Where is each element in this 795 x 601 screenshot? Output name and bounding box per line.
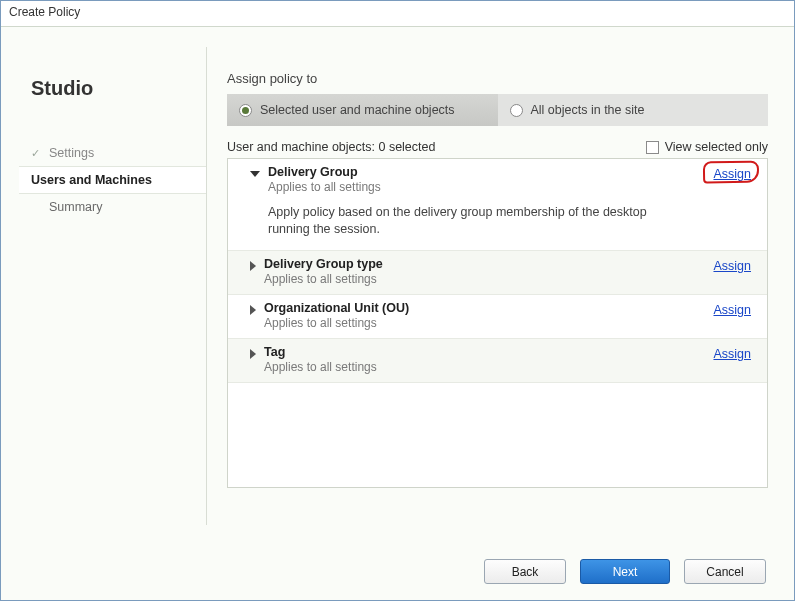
step-summary[interactable]: Summary	[31, 194, 188, 220]
object-delivery-group: Delivery Group Applies to all settings A…	[228, 159, 767, 251]
view-selected-only-label: View selected only	[665, 140, 768, 154]
cancel-button[interactable]: Cancel	[684, 559, 766, 584]
main-panel: Assign policy to Selected user and machi…	[207, 27, 794, 545]
assign-link[interactable]: Assign	[713, 167, 751, 181]
object-title: Delivery Group	[268, 165, 381, 179]
brand-title: Studio	[31, 77, 188, 100]
object-title: Organizational Unit (OU)	[264, 301, 409, 315]
selected-count-label: User and machine objects: 0 selected	[227, 140, 435, 154]
assign-scope-toggle: Selected user and machine objects All ob…	[227, 94, 768, 126]
object-list: Delivery Group Applies to all settings A…	[227, 158, 768, 488]
assign-link[interactable]: Assign	[713, 303, 751, 317]
window-body: Studio Settings Users and Machines Summa…	[1, 27, 794, 545]
assign-link[interactable]: Assign	[713, 259, 751, 273]
assign-link[interactable]: Assign	[713, 347, 751, 361]
wizard-footer: Back Next Cancel	[1, 545, 794, 600]
option-all-objects[interactable]: All objects in the site	[498, 94, 769, 126]
next-button[interactable]: Next	[580, 559, 670, 584]
option-label: All objects in the site	[531, 103, 645, 117]
checkbox-icon	[646, 141, 659, 154]
object-delivery-group-type: Delivery Group type Applies to all setti…	[228, 251, 767, 295]
object-tag: Tag Applies to all settings Assign	[228, 339, 767, 383]
assign-policy-label: Assign policy to	[227, 71, 768, 86]
object-subtitle: Applies to all settings	[268, 180, 381, 194]
radio-icon	[239, 104, 252, 117]
object-title: Delivery Group type	[264, 257, 383, 271]
object-title: Tag	[264, 345, 377, 359]
object-description: Apply policy based on the delivery group…	[268, 204, 668, 238]
create-policy-window: Create Policy Studio Settings Users and …	[0, 0, 795, 601]
step-label: Summary	[49, 200, 102, 214]
step-label: Users and Machines	[31, 173, 152, 187]
object-subtitle: Applies to all settings	[264, 272, 383, 286]
object-organizational-unit: Organizational Unit (OU) Applies to all …	[228, 295, 767, 339]
option-selected-objects[interactable]: Selected user and machine objects	[227, 94, 498, 126]
caret-right-icon[interactable]	[250, 261, 256, 271]
window-title: Create Policy	[1, 1, 794, 27]
object-subtitle: Applies to all settings	[264, 316, 409, 330]
step-label: Settings	[49, 146, 94, 160]
caret-down-icon[interactable]	[250, 171, 260, 177]
option-label: Selected user and machine objects	[260, 103, 455, 117]
object-list-header: User and machine objects: 0 selected Vie…	[227, 140, 768, 154]
radio-icon	[510, 104, 523, 117]
view-selected-only-toggle[interactable]: View selected only	[646, 140, 768, 154]
object-subtitle: Applies to all settings	[264, 360, 377, 374]
step-settings[interactable]: Settings	[31, 140, 188, 166]
caret-right-icon[interactable]	[250, 305, 256, 315]
back-button[interactable]: Back	[484, 559, 566, 584]
wizard-steps: Settings Users and Machines Summary	[31, 140, 188, 220]
caret-right-icon[interactable]	[250, 349, 256, 359]
step-users-and-machines[interactable]: Users and Machines	[19, 166, 206, 194]
sidebar: Studio Settings Users and Machines Summa…	[1, 27, 206, 545]
